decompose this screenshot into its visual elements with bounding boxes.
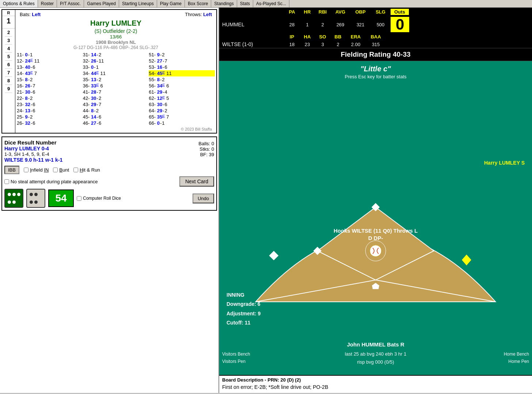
data-row: 31- 14 - 2 [83,52,149,58]
player-card: R 1 2 3 4 5 6 7 8 9 Bats: Left Throws: L… [1,9,217,134]
infield-in-label[interactable]: Infield IN [24,167,49,173]
nav-starting-lineups[interactable]: Starting Lineups [119,0,157,7]
data-row: 65- 35E 7 [149,114,215,120]
undo-button[interactable]: Undo [193,194,214,203]
data-row: 11- 0 - 1 [17,52,83,58]
batter-slg: 500 [370,22,391,27]
dice-green [4,189,23,208]
pitcher-ip: 18 [284,42,300,47]
no-steal-label[interactable]: No steal attempt during plate appearance [4,179,98,184]
no-steal-checkbox[interactable] [4,179,9,184]
visitors-pen[interactable]: Visitors Pen [222,359,246,364]
row-3: 3 [5,37,12,45]
data-row: 62- 12E 5 [149,95,215,101]
computer-roll-label: Computer Roll Dice [83,196,121,201]
data-row: 22- 8 - 2 [17,95,83,101]
adjustment-label: Adjustment: 9 [227,309,261,318]
home-pen[interactable]: Home Pen [508,359,529,364]
cutoff-label: Cutoff: 11 [227,318,261,327]
data-row: 61- 29 - 4 [149,89,215,95]
dice-display-row: 54 Computer Roll Dice Undo [4,189,214,208]
copyright: © 2023 Bill Staffa [17,126,215,132]
infield-in-checkbox[interactable] [24,168,28,172]
dice-title: Dice Result Number [4,139,62,146]
batter-stats-row: HUMMEL 28 1 2 269 321 500 0 [219,16,532,33]
hit-run-label[interactable]: Hit & Run [73,167,100,173]
batter-obp: 321 [350,22,370,27]
bats-label: Bats: Left [20,12,41,17]
home-bench[interactable]: Home Bench [504,352,529,357]
nav-box-score[interactable]: Box Score [185,0,211,7]
nav-as-played[interactable]: As-Played Sc... [253,0,289,7]
computer-roll-area[interactable]: Computer Roll Dice [77,196,121,201]
hit-run-checkbox[interactable] [73,168,78,172]
bunt-checkbox[interactable] [53,168,58,172]
data-row: 56- 34E 6 [149,83,215,89]
player-position-label: Harry LUMLEY S [484,160,525,166]
infield-in-text: Infield IN [30,167,49,173]
ip-label: IP [284,34,300,40]
data-col-3: 51- 9 - 2 52- 27 - 7 53- 16 - 6 54- 45E … [149,52,215,126]
pitcher-stats-row: WILTSE (1-0) 18 23 3 2 2.00 315 [219,41,532,48]
dice-section: Dice Result Number Harry LUMLEY 0-4 1-3,… [1,136,217,211]
data-row: 16- 26 - 7 [17,83,83,89]
fielding-rating-bar: Fielding Rating 40-33 [219,48,532,61]
data-row: 33- 0 - 1 [83,64,149,70]
next-card-button[interactable]: Next Card [179,176,214,187]
row-r-label: R [2,10,15,16]
risp-info: risp bvg 000 (0/5) [357,359,394,365]
field-svg: Hooks WILTSE (11 Q0) Throws L D DP- [219,83,532,375]
data-row: 36- 33E 6 [83,83,149,89]
bunt-text: Bunt [59,167,69,173]
row-6: 6 [5,61,12,69]
data-row: 46- 27 - 6 [83,120,149,126]
computer-roll-checkbox[interactable] [77,196,81,201]
data-row: 45- 14 - 6 [83,114,149,120]
field-text: "Little c" [219,61,532,74]
so-label: SO [315,34,330,40]
dice-controls-row: IBB Infield IN Bunt Hit & Run [4,166,214,174]
outs-header-label: Outs [391,9,409,15]
player-name: Harry LUMLEY [17,18,215,28]
nav-play-game[interactable]: Play Game [157,0,185,7]
board-description-section: Board Description - PRN: 20 (D) (2) Firs… [219,375,532,393]
row-8: 8 [5,77,12,85]
nav-stats[interactable]: Stats [237,0,253,7]
ibb-button[interactable]: IBB [4,166,19,174]
svg-text:Hooks WILTSE (11 Q0) Throws L: Hooks WILTSE (11 Q0) Throws L [334,228,418,234]
pitcher-name: WILTSE (1-0) [222,41,284,47]
dice-result-display: 54 [48,190,74,207]
bunt-label[interactable]: Bunt [53,167,69,173]
row-2: 2 [5,29,12,37]
data-row: 13- 40 - 6 [17,64,83,70]
field-subtext: Press Esc key for batter stats [219,74,532,82]
no-steal-row: No steal attempt during plate appearance… [4,176,214,187]
pitcher-era: 2.00 [346,42,366,47]
row-1-number: 1 [2,16,15,29]
data-col-1: 11- 0 - 1 12- 24E 11 13- 40 - 6 14- 43E … [17,52,83,126]
data-row: 24- 13 - 6 [17,108,83,114]
outs-value: 0 [391,17,409,32]
svg-marker-9 [269,251,278,260]
data-row-highlighted: 54- 45E 11 [149,70,215,76]
nav-roster[interactable]: Roster [38,0,57,7]
era-label: ERA [346,34,366,40]
left-panel: R 1 2 3 4 5 6 7 8 9 Bats: Left Throws: L… [0,8,219,393]
nav-pt-assoc[interactable]: P/T Assoc. [57,0,84,7]
dice-stats: Balls: 0 Stks: 0 BF: 39 [198,139,214,157]
nav-games-played[interactable]: Games Played [84,0,119,7]
data-row: 35- 13 - 2 [83,76,149,83]
data-row: 52- 27 - 7 [149,58,215,64]
batter-info: John HUMMEL Bats R [347,341,404,348]
pitcher-baa: 315 [366,42,386,47]
data-row: 53- 16 - 6 [149,64,215,70]
svg-text:D DP-: D DP- [368,235,383,241]
bb-label: BB [330,34,346,40]
nav-standings[interactable]: Standings [211,0,237,7]
data-row: 26- 32 - 6 [17,120,83,126]
data-row: 23- 32 - 6 [17,101,83,108]
svg-point-4 [370,245,381,257]
data-row: 15- 8 - 2 [17,76,83,83]
visitors-bench[interactable]: Visitors Bench [222,352,250,357]
nav-options-rules[interactable]: Options & Rules [0,0,38,7]
